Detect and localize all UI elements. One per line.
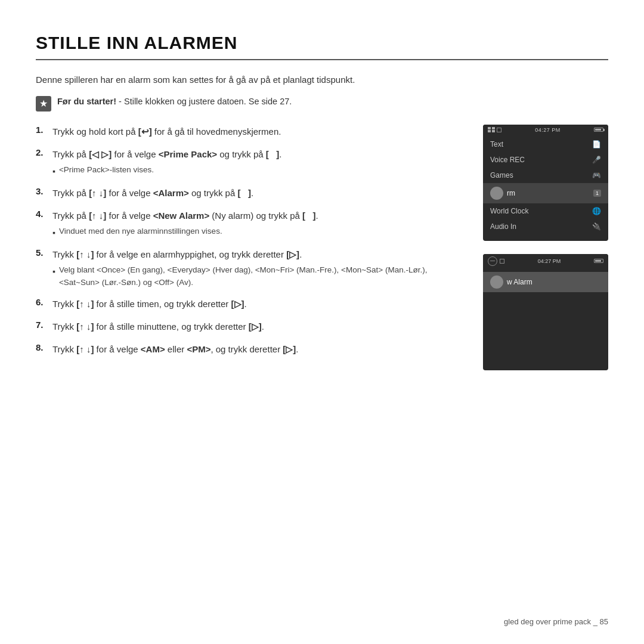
screens-column: 04:27 PM Text 📄: [483, 125, 608, 370]
screen-2-globe: [488, 256, 497, 266]
star-icon: ★: [36, 96, 51, 112]
alarm-item-left: rm: [490, 187, 515, 200]
instructions: 1. Trykk og hold kort på [↩] for å gå ti…: [36, 125, 465, 365]
globe-icon: 🌐: [592, 207, 601, 215]
screen-grid-icon: [488, 127, 495, 133]
step-3-num: 3.: [36, 186, 47, 196]
alarm-count-badge: 1: [593, 190, 601, 197]
screen-1-topbar: 04:27 PM: [483, 125, 608, 135]
note-box: ★ Før du starter! - Stille klokken og ju…: [36, 95, 608, 112]
page-container: STILLE INN ALARMEN Denne spilleren har e…: [0, 0, 644, 644]
sub-note-5-text: Velg blant <Once> (En gang), <Everyday> …: [59, 264, 465, 289]
page-title: STILLE INN ALARMEN: [36, 33, 608, 60]
screen-1-icons-left: [488, 127, 501, 133]
step-8-content: Trykk [↑ ↓] for å velge <AM> eller <PM>,…: [52, 342, 298, 357]
step-2-content: Trykk på [◁ ▷] for å velge <Prime Pack> …: [52, 147, 281, 178]
screen-2-time: 04:27 PM: [538, 258, 561, 264]
step-3-content: Trykk på [↑ ↓] for å velge <Alarm> og tr…: [52, 186, 253, 200]
menu-item-worldclock: World Clock 🌐: [483, 203, 608, 219]
step-2-num: 2.: [36, 147, 47, 157]
step-2-sub: ▪ <Prime Pack>-listen vises.: [52, 164, 281, 178]
menu-item-new-alarm: w Alarm: [483, 272, 608, 292]
menu-item-alarm: rm 1: [483, 183, 608, 203]
step-5: 5. Trykk [↑ ↓] for å velge en alarmhyppi…: [36, 247, 465, 289]
menu-item-games: Games 🎮: [483, 168, 608, 183]
step-1-content: Trykk og hold kort på [↩] for å gå til h…: [52, 125, 281, 139]
sub-note-2-text: <Prime Pack>-listen vises.: [59, 164, 154, 178]
step-6-num: 6.: [36, 297, 47, 307]
footer-text: gled deg over prime pack _ 85: [504, 617, 608, 626]
sub-note-4-text: Vinduet med den nye alarminnstillingen v…: [59, 225, 222, 239]
step-8-num: 8.: [36, 342, 47, 352]
note-rest: - Stille klokken og justere datoen. Se s…: [116, 97, 292, 106]
new-alarm-label: w Alarm: [507, 278, 532, 286]
intro-text: Denne spilleren har en alarm som kan set…: [36, 73, 608, 87]
menu-item-audioin: Audio In 🔌: [483, 219, 608, 234]
screen-2-topbar: 04:27 PM: [483, 254, 608, 268]
new-alarm-avatar: [490, 275, 503, 289]
screen-2: 04:27 PM w Alarm: [483, 254, 608, 370]
main-content: 1. Trykk og hold kort på [↩] for å gå ti…: [36, 125, 608, 370]
step-1: 1. Trykk og hold kort på [↩] for å gå ti…: [36, 125, 465, 139]
footer: gled deg over prime pack _ 85: [504, 617, 608, 626]
step-5-content: Trykk [↑ ↓] for å velge en alarmhyppighe…: [52, 247, 465, 289]
step-4-sub: ▪ Vinduet med den nye alarminnstillingen…: [52, 225, 318, 239]
step-4: 4. Trykk på [↑ ↓] for å velge <New Alarm…: [36, 209, 465, 239]
step-5-num: 5.: [36, 247, 47, 258]
step-6-content: Trykk [↑ ↓] for å stille timen, og trykk…: [52, 297, 247, 311]
step-6: 6. Trykk [↑ ↓] for å stille timen, og tr…: [36, 297, 465, 311]
screen-2-sq: [500, 259, 504, 264]
step-5-sub: ▪ Velg blant <Once> (En gang), <Everyday…: [52, 264, 465, 289]
screen-2-icons: [488, 256, 504, 266]
screen-2-battery: [594, 259, 603, 263]
menu-item-text: Text 📄: [483, 137, 608, 152]
step-3: 3. Trykk på [↑ ↓] for å velge <Alarm> og…: [36, 186, 465, 200]
audio-icon: 🔌: [592, 222, 601, 231]
screen-1-battery: [594, 128, 603, 132]
step-4-num: 4.: [36, 209, 47, 219]
bullet-2: ▪: [52, 165, 55, 178]
step-7: 7. Trykk [↑ ↓] for å stille minuttene, o…: [36, 320, 465, 334]
step-8: 8. Trykk [↑ ↓] for å velge <AM> eller <P…: [36, 342, 465, 357]
step-2: 2. Trykk på [◁ ▷] for å velge <Prime Pac…: [36, 147, 465, 178]
step-1-num: 1.: [36, 125, 47, 135]
screen-1-time: 04:27 PM: [535, 127, 561, 133]
step-7-num: 7.: [36, 320, 47, 330]
screen-sq-icon: [497, 128, 501, 132]
alarm-avatar: [490, 187, 503, 200]
note-content: Før du starter! - Stille klokken og just…: [57, 95, 292, 109]
text-icon: 📄: [592, 140, 601, 148]
screen-1: 04:27 PM Text 📄: [483, 125, 608, 241]
screen-2-menu: w Alarm: [483, 272, 608, 292]
new-alarm-left: w Alarm: [490, 275, 532, 289]
menu-item-voice: Voice REC 🎤: [483, 152, 608, 168]
mic-icon: 🎤: [592, 156, 601, 164]
step-7-content: Trykk [↑ ↓] for å stille minuttene, og t…: [52, 320, 264, 334]
game-icon: 🎮: [592, 171, 601, 179]
bullet-4: ▪: [52, 226, 55, 239]
bullet-5: ▪: [52, 265, 55, 289]
step-4-content: Trykk på [↑ ↓] for å velge <New Alarm> (…: [52, 209, 318, 239]
screen-1-menu: Text 📄 Voice REC 🎤 Games 🎮: [483, 135, 608, 236]
note-bold: Før du starter!: [57, 97, 116, 106]
